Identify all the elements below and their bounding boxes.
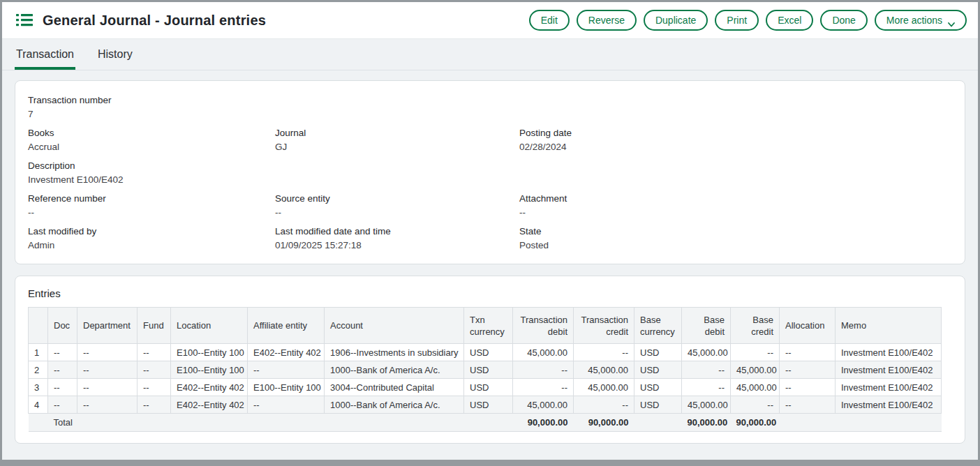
tab-transaction[interactable]: Transaction: [15, 41, 75, 70]
entries-table: DocDepartmentFundLocationAffiliate entit…: [28, 307, 942, 432]
total-cell: [171, 414, 248, 432]
table-cell: 1000--Bank of America A/c.: [325, 361, 464, 379]
column-header-account: Account: [325, 308, 464, 344]
column-header-transaction-credit: Transaction credit: [574, 308, 634, 344]
table-row[interactable]: 4------E402--Entity 402--1000--Bank of A…: [29, 396, 942, 414]
table-cell: 3004--Contributed Capital: [325, 379, 464, 396]
column-header-base-currency: Base currency: [634, 308, 682, 344]
table-cell: --: [513, 379, 574, 396]
table-cell: E100--Entity 100: [171, 361, 248, 379]
total-cell: [325, 414, 464, 432]
table-cell: 45,000.00: [574, 379, 634, 396]
table-cell: 45,000.00: [682, 344, 731, 361]
detail-row: DescriptionInvestment E100/E402: [28, 160, 952, 186]
state-value: Posted: [519, 240, 952, 251]
column-header-transaction-debit: Transaction debit: [513, 308, 574, 344]
entries-header-row: DocDepartmentFundLocationAffiliate entit…: [29, 308, 942, 344]
title-bar: General Journal - Journal entries Edit R…: [2, 2, 978, 39]
table-cell: E402--Entity 402: [248, 344, 325, 361]
duplicate-button[interactable]: Duplicate: [644, 10, 708, 31]
table-cell: 4: [29, 396, 48, 414]
entries-panel: Entries DocDepartmentFundLocationAffilia…: [15, 276, 965, 444]
transaction-number-label: Transaction number: [28, 95, 275, 106]
column-header-memo: Memo: [836, 308, 942, 344]
print-button[interactable]: Print: [715, 10, 759, 31]
table-cell: 45,000.00: [682, 396, 731, 414]
table-cell: USD: [634, 379, 682, 396]
journal-list-icon[interactable]: [16, 13, 33, 28]
total-cell: [29, 414, 48, 432]
detail-row: Reference number--Source entity--Attachm…: [28, 193, 952, 218]
attachment-value: --: [519, 207, 952, 218]
details-grid: Transaction number7BooksAccrualJournalGJ…: [28, 95, 952, 251]
reverse-button[interactable]: Reverse: [577, 10, 637, 31]
table-cell: --: [780, 344, 836, 361]
total-cell: [780, 414, 836, 432]
tab-history[interactable]: History: [96, 41, 134, 70]
field-posting-date: Posting date02/28/2024: [519, 128, 952, 153]
table-cell: 45,000.00: [731, 361, 780, 379]
table-cell: Investment E100/E402: [836, 361, 942, 379]
table-cell: USD: [634, 344, 682, 361]
table-cell: --: [77, 361, 138, 379]
table-cell: E100--Entity 100: [171, 344, 248, 361]
total-cell: 90,000.00: [574, 414, 634, 432]
tab-strip: Transaction History: [2, 39, 978, 70]
transaction-number-value: 7: [28, 109, 275, 120]
table-row[interactable]: 1------E100--Entity 100E402--Entity 4021…: [29, 344, 942, 361]
total-cell: 90,000.00: [513, 414, 574, 432]
page-title: General Journal - Journal entries: [43, 13, 266, 29]
table-row[interactable]: 2------E100--Entity 100--1000--Bank of A…: [29, 361, 942, 379]
table-cell: 3: [29, 379, 48, 396]
total-cell: [77, 414, 138, 432]
description-value: Investment E100/E402: [28, 174, 275, 186]
total-cell: [248, 414, 325, 432]
reference-number-value: --: [28, 207, 275, 218]
table-cell: --: [48, 344, 77, 361]
table-cell: --: [682, 379, 731, 396]
table-cell: --: [77, 379, 138, 396]
posting-date-value: 02/28/2024: [519, 142, 952, 153]
table-cell: --: [574, 396, 634, 414]
table-cell: --: [77, 396, 138, 414]
excel-button[interactable]: Excel: [766, 10, 813, 31]
table-cell: USD: [464, 361, 513, 379]
attachment-label: Attachment: [519, 193, 952, 204]
total-cell: 90,000.00: [731, 414, 780, 432]
table-cell: 45,000.00: [513, 344, 574, 361]
table-cell: 1000--Bank of America A/c.: [325, 396, 464, 414]
detail-row: Last modified byAdminLast modified date …: [28, 226, 952, 251]
table-cell: --: [682, 361, 731, 379]
table-cell: USD: [464, 344, 513, 361]
table-cell: --: [138, 344, 171, 361]
edit-button[interactable]: Edit: [529, 10, 570, 31]
table-cell: 2: [29, 361, 48, 379]
field-description: DescriptionInvestment E100/E402: [28, 160, 275, 186]
field-attachment: Attachment--: [519, 193, 952, 218]
table-cell: --: [731, 396, 780, 414]
table-row[interactable]: 3------E402--Entity 402E100--Entity 1003…: [29, 379, 942, 396]
column-header-fund: Fund: [138, 308, 171, 344]
detail-row: BooksAccrualJournalGJPosting date02/28/2…: [28, 128, 952, 153]
table-cell: --: [731, 344, 780, 361]
table-cell: --: [780, 361, 836, 379]
table-cell: Investment E100/E402: [836, 344, 942, 361]
table-cell: Investment E100/E402: [836, 379, 942, 396]
column-header-department: Department: [77, 308, 138, 344]
table-cell: --: [248, 396, 325, 414]
journal-value: GJ: [275, 142, 519, 153]
done-button[interactable]: Done: [820, 10, 867, 31]
table-cell: --: [780, 396, 836, 414]
main-content: Transaction number7BooksAccrualJournalGJ…: [2, 70, 978, 444]
table-cell: USD: [464, 396, 513, 414]
toolbar: Edit Reverse Duplicate Print Excel Done …: [529, 10, 967, 31]
field-source-entity: Source entity--: [275, 193, 519, 218]
field-journal: JournalGJ: [275, 128, 519, 153]
table-cell: --: [138, 379, 171, 396]
more-actions-button[interactable]: More actions: [875, 10, 967, 31]
field-reference-number: Reference number--: [28, 193, 275, 218]
entries-heading: Entries: [28, 287, 952, 299]
table-cell: E100--Entity 100: [248, 379, 325, 396]
table-cell: --: [48, 396, 77, 414]
table-cell: --: [248, 361, 325, 379]
